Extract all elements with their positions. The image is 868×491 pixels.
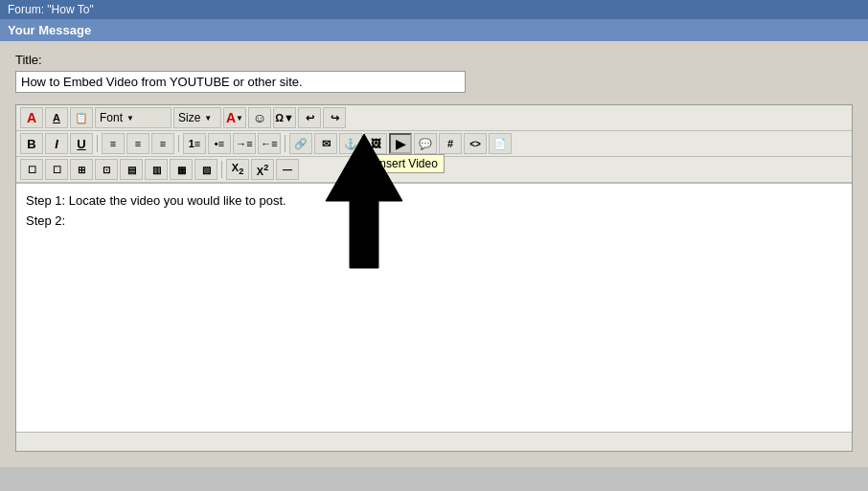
row3-btn6[interactable]: ▥ (145, 159, 168, 180)
row3-btn8[interactable]: ▧ (194, 159, 217, 180)
align-center-btn[interactable]: ≡ (126, 133, 149, 154)
row3-btn7[interactable]: ▦ (170, 159, 193, 180)
quote-btn[interactable]: 💬 (414, 133, 437, 154)
form-area: Title: A A 📋 Font Size A ▼ (0, 41, 868, 467)
size-dropdown[interactable]: Size (173, 107, 221, 128)
content-line2: Step 2: (26, 213, 842, 228)
smiley-btn[interactable]: ☺ (248, 107, 271, 128)
toolbar-row-2: B I U ≡ ≡ ≡ 1≡ •≡ (16, 131, 852, 157)
title-label: Title: (15, 53, 853, 67)
text-color-btn[interactable]: A ▼ (223, 107, 246, 128)
size-label: Size (178, 111, 200, 124)
code-btn[interactable]: # (439, 133, 462, 154)
snippet-btn[interactable]: 📄 (489, 133, 512, 154)
special-char-btn[interactable]: Ω▼ (273, 107, 296, 128)
ordered-list-btn[interactable]: 1≡ (183, 133, 206, 154)
bottom-bar (16, 432, 852, 451)
your-message-header: Your Message (0, 19, 868, 41)
format-a2-btn[interactable]: A (45, 107, 68, 128)
row3-btn2[interactable]: ☐ (45, 159, 68, 180)
row3-btn4[interactable]: ⊡ (95, 159, 118, 180)
header-title: Your Message (8, 23, 91, 37)
anchor-btn[interactable]: ⚓ (339, 133, 362, 154)
html-btn[interactable]: <> (464, 133, 487, 154)
toolbar-row-3: ☐ ☐ ⊞ ⊡ ▤ ▥ ▦ ▧ (16, 157, 852, 183)
format-bold-btn[interactable]: A (20, 107, 43, 128)
forum-bar: Forum: "How To" (0, 0, 868, 19)
outdent-btn[interactable]: ←≡ (258, 133, 281, 154)
row3-btn3[interactable]: ⊞ (70, 159, 93, 180)
indent-btn[interactable]: →≡ (233, 133, 256, 154)
insert-video-wrapper: ▶ Insert Video (389, 133, 412, 154)
title-input[interactable] (15, 71, 466, 93)
paste-btn[interactable]: 📋 (70, 107, 93, 128)
underline-btn[interactable]: U (70, 133, 93, 154)
forum-bar-text: Forum: "How To" (8, 3, 94, 16)
unordered-list-btn[interactable]: •≡ (208, 133, 231, 154)
bold-btn[interactable]: B (20, 133, 43, 154)
redo-btn[interactable]: ↪ (323, 107, 346, 128)
font-label: Font (100, 111, 123, 124)
image-btn[interactable]: 🖼 (364, 133, 387, 154)
align-right-btn[interactable]: ≡ (151, 133, 174, 154)
subscript-btn[interactable]: X2 (226, 159, 249, 180)
content-line1: Step 1: Locate the video you would like … (26, 193, 842, 208)
link-btn[interactable]: 🔗 (289, 133, 312, 154)
italic-btn[interactable]: I (45, 133, 68, 154)
superscript-btn[interactable]: X2 (251, 159, 274, 180)
row3-btn1[interactable]: ☐ (20, 159, 43, 180)
email-btn[interactable]: ✉ (314, 133, 337, 154)
editor-container: A A 📋 Font Size A ▼ ☺ Ω▼ (15, 104, 853, 452)
row3-btn5[interactable]: ▤ (120, 159, 143, 180)
undo-btn[interactable]: ↩ (298, 107, 321, 128)
toolbar-row-1: A A 📋 Font Size A ▼ ☺ Ω▼ (16, 105, 852, 131)
insert-video-btn[interactable]: ▶ (389, 133, 412, 154)
hr-btn[interactable]: — (276, 159, 299, 180)
align-left-btn[interactable]: ≡ (102, 133, 125, 154)
editor-content[interactable]: Step 1: Locate the video you would like … (16, 183, 852, 432)
font-dropdown[interactable]: Font (95, 107, 171, 128)
